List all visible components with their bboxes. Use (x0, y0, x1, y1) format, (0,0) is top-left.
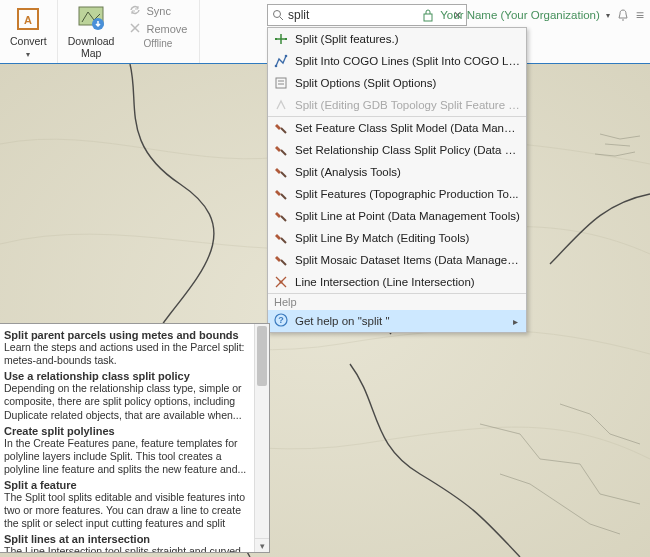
hammer-icon (274, 231, 288, 245)
dropdown-section-help: Help (268, 294, 526, 310)
hammer-icon (274, 143, 288, 157)
dropdown-item[interactable]: Set Feature Class Split Model (Data Mana… (268, 117, 526, 139)
help-result-title: Create split polylines (4, 425, 252, 437)
dropdown-arrow-icon: ▾ (26, 50, 30, 59)
svg-line-20 (281, 172, 286, 177)
hammer-icon (274, 165, 288, 179)
dropdown-item-label: Line Intersection (Line Intersection) (295, 276, 475, 288)
svg-point-4 (274, 11, 281, 18)
scroll-down-button[interactable]: ▾ (255, 538, 269, 552)
bell-icon[interactable] (616, 8, 630, 22)
sync-label: Sync (146, 5, 170, 17)
chevron-right-icon: ▸ (513, 316, 518, 327)
hammer-icon (274, 121, 288, 135)
group-caption-offline: Offline (144, 38, 173, 49)
sync-button: Sync (122, 2, 193, 20)
split-edit-icon (274, 32, 288, 46)
dropdown-item-label: Set Feature Class Split Model (Data Mana… (295, 122, 520, 134)
sync-icon (128, 3, 142, 19)
search-dropdown: Split (Split features.)Split Into COGO L… (267, 27, 527, 333)
remove-label: Remove (146, 23, 187, 35)
line-int-icon (274, 275, 288, 289)
dropdown-item-label: Split Features (Topographic Production T… (295, 188, 519, 200)
download-map-button[interactable]: Download Map ▾ (64, 2, 119, 72)
svg-point-14 (285, 55, 288, 58)
dropdown-item-label: Split Options (Split Options) (295, 77, 436, 89)
dropdown-item[interactable]: Line Intersection (Line Intersection) (268, 271, 526, 293)
help-result-body: Learn the steps and actions used in the … (4, 341, 252, 367)
help-result-body: The Line Intersection tool splits straig… (4, 545, 252, 552)
svg-line-21 (281, 194, 286, 199)
get-help-label: Get help on "split " (295, 315, 389, 327)
remove-button: Remove (122, 20, 193, 38)
download-map-label: Download Map (68, 36, 115, 59)
cogo-icon (274, 54, 288, 68)
dropdown-item-label: Set Relationship Class Split Policy (Dat… (295, 144, 520, 156)
help-icon: ? (274, 313, 288, 329)
lock-icon (422, 8, 434, 22)
svg-text:?: ? (278, 315, 284, 325)
dropdown-item[interactable]: Split Into COGO Lines (Split Into COGO L… (268, 50, 526, 72)
chevron-down-icon: ▾ (606, 11, 610, 20)
help-result-item[interactable]: Split a featureThe Split tool splits edi… (4, 479, 252, 530)
help-results-panel: Split parent parcels using metes and bou… (0, 323, 270, 553)
svg-rect-15 (276, 78, 286, 88)
convert-icon: A (13, 4, 43, 34)
svg-line-19 (281, 150, 286, 155)
help-result-body: In the Create Features pane, feature tem… (4, 437, 252, 476)
help-result-title: Split lines at an intersection (4, 533, 252, 545)
dropdown-item-label: Split (Editing GDB Topology Split Featur… (295, 99, 520, 111)
dropdown-item: Split (Editing GDB Topology Split Featur… (268, 94, 526, 116)
dropdown-item[interactable]: Split (Analysis Tools) (268, 161, 526, 183)
svg-line-5 (280, 17, 283, 20)
dropdown-item[interactable]: Split (Split features.) (268, 28, 526, 50)
help-result-item[interactable]: Split lines at an intersectionThe Line I… (4, 533, 252, 552)
dropdown-item-label: Split Line By Match (Editing Tools) (295, 232, 469, 244)
hammer-icon (274, 187, 288, 201)
help-result-title: Split a feature (4, 479, 252, 491)
scrollbar-thumb[interactable] (257, 326, 267, 386)
user-name-label: Your Name (Your Organization) (440, 9, 600, 21)
svg-line-18 (281, 128, 286, 133)
svg-rect-11 (275, 38, 277, 40)
user-menu[interactable]: Your Name (Your Organization) ▾ ≡ (422, 4, 644, 26)
help-result-item[interactable]: Split parent parcels using metes and bou… (4, 329, 252, 367)
panel-menu-icon[interactable]: ≡ (636, 8, 644, 22)
topology-icon (274, 98, 288, 112)
convert-button[interactable]: A Convert ▾ (6, 2, 51, 61)
ribbon-group-convert: A Convert ▾ (0, 0, 58, 63)
help-result-item[interactable]: Use a relationship class split policyDep… (4, 370, 252, 421)
svg-rect-12 (285, 38, 287, 40)
help-result-item[interactable]: Create split polylinesIn the Create Feat… (4, 425, 252, 476)
dropdown-item[interactable]: Split Line By Match (Editing Tools) (268, 227, 526, 249)
svg-point-13 (275, 65, 278, 68)
dropdown-item[interactable]: Set Relationship Class Split Policy (Dat… (268, 139, 526, 161)
get-help-item[interactable]: ?Get help on "split "▸ (268, 310, 526, 332)
dropdown-item-label: Split (Split features.) (295, 33, 399, 45)
svg-point-27 (280, 281, 283, 284)
search-icon (272, 9, 284, 21)
dropdown-item[interactable]: Split Options (Split Options) (268, 72, 526, 94)
help-result-body: The Split tool splits editable and visib… (4, 491, 252, 530)
svg-line-22 (281, 216, 286, 221)
svg-rect-6 (424, 14, 432, 21)
options-icon (274, 76, 288, 90)
help-result-body: Depending on the relationship class type… (4, 382, 252, 421)
convert-label: Convert (10, 36, 47, 48)
hammer-icon (274, 209, 288, 223)
dropdown-item[interactable]: Split Features (Topographic Production T… (268, 183, 526, 205)
dropdown-item[interactable]: Split Mosaic Dataset Items (Data Managem… (268, 249, 526, 271)
dropdown-item[interactable]: Split Line at Point (Data Management Too… (268, 205, 526, 227)
svg-line-23 (281, 238, 286, 243)
dropdown-item-label: Split (Analysis Tools) (295, 166, 401, 178)
scrollbar[interactable]: ▾ (254, 324, 269, 552)
remove-icon (128, 21, 142, 37)
dropdown-item-label: Split Line at Point (Data Management Too… (295, 210, 520, 222)
svg-text:A: A (24, 14, 32, 26)
hammer-icon (274, 253, 288, 267)
download-map-icon (76, 4, 106, 34)
help-result-title: Split parent parcels using metes and bou… (4, 329, 252, 341)
dropdown-item-label: Split Into COGO Lines (Split Into COGO L… (295, 55, 520, 67)
help-result-title: Use a relationship class split policy (4, 370, 252, 382)
ribbon-group-offline: Download Map ▾ Sync Remove Offline (58, 0, 201, 63)
